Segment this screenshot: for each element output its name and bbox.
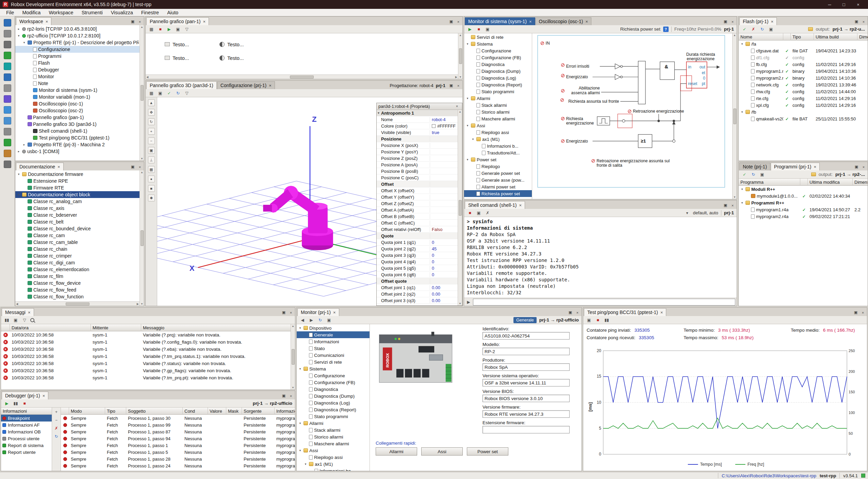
expand-arrow[interactable]: ▾ <box>740 42 744 46</box>
help-icon[interactable] <box>4 161 11 168</box>
message-row[interactable]: × 10/03/2022 10:36:58 sysm-1 Variabile (… <box>1 360 295 367</box>
tree-item[interactable]: Shell comandi (shell-1) <box>15 128 140 134</box>
connect-icon[interactable] <box>4 52 11 59</box>
close-icon[interactable]: × <box>729 19 736 24</box>
breakpoint-row[interactable]: Sempre Fetch Processo 1, passo 28 Nessun… <box>61 456 295 462</box>
property-row[interactable]: Offset relativi (relOff) Falso <box>377 226 458 233</box>
message-row[interactable]: × 10/03/2022 10:36:58 sysm-1 Variabile (… <box>1 338 295 346</box>
help-icon[interactable]: ? <box>663 27 669 32</box>
property-row[interactable]: Posizione Y (posY) <box>377 149 458 155</box>
column-header[interactable]: Messaggio <box>141 324 295 331</box>
menu-item[interactable]: Visualizza <box>107 10 137 16</box>
expand-arrow[interactable]: ▾ <box>298 326 302 330</box>
column-header[interactable]: Tipo <box>105 408 126 415</box>
play-icon[interactable]: ▶ <box>166 26 172 32</box>
text-widget-label[interactable]: Testo... <box>173 42 217 47</box>
table-row[interactable]: cfgsave.dat ✓ file DAT 19/04/2021 14:23:… <box>739 47 868 54</box>
label-widget-icon[interactable] <box>165 42 170 46</box>
expand-arrow[interactable]: ▾ <box>740 201 744 204</box>
property-row[interactable]: Posizione <box>377 136 458 142</box>
tree-item[interactable]: Informazioni ba... <box>297 467 370 471</box>
column-header[interactable]: Informazioni <box>275 408 295 415</box>
tree-item[interactable]: Richiesta power set <box>464 190 532 197</box>
menu-item[interactable]: Modifica <box>18 10 45 16</box>
column-header[interactable]: Nome <box>739 33 783 40</box>
tab-pptest[interactable]: Test ping/pong BCC/31 (pptest-1) × <box>584 308 666 316</box>
property-row[interactable]: Quota joint 2 (qj2) 45 <box>377 246 458 252</box>
scrollbar[interactable]: ◀▶ <box>15 301 140 306</box>
tree-item[interactable]: Classe rc_film <box>15 273 140 280</box>
float-icon[interactable]: ▣ <box>853 164 860 170</box>
table-row[interactable]: rte.cfg ✓ config 11/02/2021 14:29:16 <box>739 95 868 102</box>
tree-item[interactable]: Classe rc_chain <box>15 246 140 252</box>
home-icon[interactable]: ▣ <box>326 317 332 323</box>
tree-item[interactable]: Configurazione <box>464 47 532 54</box>
float-icon[interactable]: ▣ <box>280 310 287 315</box>
forward-icon[interactable]: ▶ <box>308 317 314 323</box>
robot-model[interactable] <box>263 186 333 250</box>
stop-icon[interactable]: ■ <box>467 210 473 216</box>
close-icon[interactable]: × <box>729 202 736 208</box>
tree-item[interactable]: Maschere allarmi <box>464 115 532 122</box>
save-icon[interactable]: ▣ <box>13 317 19 323</box>
tree-item[interactable]: ▾ Allarmi <box>464 95 532 102</box>
tree-item[interactable]: Configurazione <box>15 46 140 53</box>
table-row[interactable]: ▾ /fa <box>739 40 868 47</box>
tree-item[interactable]: Maschere allarmi <box>297 440 370 447</box>
column-header[interactable]: Cond <box>183 408 208 415</box>
save-icon[interactable]: ▣ <box>476 210 482 216</box>
tree-item[interactable]: Classe rc_belt <box>15 218 140 225</box>
tree-item[interactable]: ▾ Sistema <box>464 40 532 47</box>
indicator-widget-icon[interactable] <box>219 55 225 61</box>
side-list-item[interactable]: Report di sistema <box>1 442 52 449</box>
expand-arrow[interactable]: ▾ <box>465 97 470 100</box>
column-header[interactable]: Dime... <box>857 33 868 40</box>
camera-icon[interactable]: ● <box>148 176 155 182</box>
tree-item[interactable]: Classe rc_analog_cam <box>15 198 140 205</box>
table-row[interactable]: myprogram1.r4a ✓ binary 19/04/2021 14:10… <box>739 68 868 75</box>
float-icon[interactable]: ▣ <box>448 83 455 88</box>
refresh-icon[interactable]: ↻ <box>750 171 756 178</box>
table-row[interactable]: ▾ Moduli R++ <box>739 186 868 193</box>
property-value[interactable]: 0 <box>430 266 458 271</box>
tree-item[interactable]: ▾ Sistema <box>297 365 370 372</box>
tree-item[interactable]: ▸ Progetto RTE (prj-3) - Macchina 2 <box>15 141 140 148</box>
table-row[interactable]: xpl.cfg ✓ config 11/02/2021 14:29:16 <box>739 102 868 109</box>
field-value[interactable]: OSF a 32bit versione 14.11.11 <box>482 379 570 386</box>
column-header[interactable]: Mittente <box>91 324 141 331</box>
tab-messaggi[interactable]: Messaggi × <box>2 308 34 316</box>
property-row[interactable]: Offset joint 1 (oj1) 0.00 <box>377 284 458 291</box>
property-value[interactable]: 0.00 <box>430 298 458 303</box>
tree-item[interactable]: Configurazione (FB) <box>297 379 370 386</box>
property-row[interactable]: Offset Y (offsetY) <box>377 194 458 200</box>
indicator-widget-icon[interactable] <box>219 42 225 47</box>
tree-item[interactable]: Debugger <box>15 66 140 73</box>
tab-flash[interactable]: Flash (prj-1) × <box>739 17 777 25</box>
pause-icon[interactable]: ▮▮ <box>604 317 610 323</box>
shell-mode-select[interactable]: default, auto <box>693 210 718 215</box>
tree-item[interactable]: Servizi di rete <box>464 34 532 40</box>
tree-item[interactable]: Stack allarmi <box>297 427 370 433</box>
snapshot-icon[interactable]: ■ <box>148 185 155 192</box>
expand-arrow[interactable]: ▾ <box>471 137 475 141</box>
side-list-item[interactable]: Informazioni OB <box>1 428 52 435</box>
tree-item[interactable]: ▾ Progetto RTE (prj-1) - Descrizione del… <box>15 39 140 46</box>
stop-icon[interactable]: ■ <box>476 26 482 32</box>
save-icon[interactable]: ▣ <box>485 26 491 32</box>
open-project-icon[interactable] <box>4 30 11 37</box>
tree-item[interactable]: ▸ usbc-1 [COM3] <box>15 148 140 155</box>
property-value[interactable]: 0.00 <box>430 292 458 297</box>
close-icon[interactable]: × <box>136 164 143 170</box>
tree-item[interactable]: Monitor di sistema (sysm-1) <box>15 87 140 94</box>
close-icon[interactable]: × <box>288 393 294 399</box>
tree-item[interactable]: Riepilogo assi <box>464 129 532 136</box>
expand-arrow[interactable]: ▾ <box>465 124 470 127</box>
tree-item[interactable]: Diagnostica (Report) <box>464 81 532 88</box>
table-row[interactable]: df1.cfg ✓ config <box>739 54 868 61</box>
tree-item[interactable]: Storico allarmi <box>464 109 532 115</box>
field-value[interactable] <box>482 426 570 433</box>
refresh-icon[interactable]: ↻ <box>175 90 181 96</box>
column-header[interactable]: Programma <box>739 179 800 186</box>
message-row[interactable]: × 10/03/2022 10:36:58 sysm-1 Variabile (… <box>1 346 295 353</box>
field-value[interactable]: Robox RTE versione 34.27.3 <box>482 410 570 418</box>
